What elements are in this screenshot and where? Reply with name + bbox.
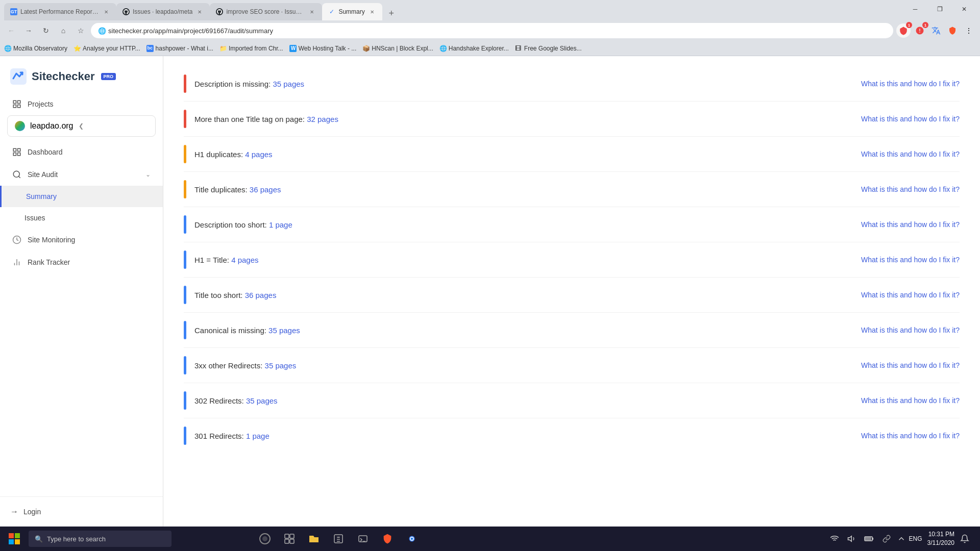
sidebar-item-site-monitoring[interactable]: Site Monitoring <box>0 229 163 251</box>
issue-count: 35 pages <box>265 361 297 370</box>
issue-fix-link[interactable]: What is this and how do I fix it? <box>861 220 960 229</box>
issue-count: 35 pages <box>246 396 278 405</box>
login-label: Login <box>23 508 41 516</box>
minimize-button[interactable]: ─ <box>903 2 927 17</box>
taskbar-clock: 10:31 PM 3/11/2020 <box>927 530 954 547</box>
clock-time: 10:31 PM <box>927 530 954 539</box>
svg-rect-4 <box>13 105 16 108</box>
taskbar-app-chrome[interactable] <box>402 529 422 549</box>
dashboard-label: Dashboard <box>28 148 151 156</box>
tab-favicon-4: ✓ <box>328 8 335 15</box>
issue-text: H1 duplicates: 4 pages <box>194 150 851 159</box>
sidebar-item-issues[interactable]: Issues <box>0 207 163 229</box>
brave-icon[interactable] <box>945 23 960 38</box>
site-monitoring-icon <box>12 235 21 244</box>
issue-text: 302 Redirects: 35 pages <box>194 396 851 405</box>
logo: Sitechecker PRO <box>0 56 163 93</box>
taskbar-app-files[interactable] <box>304 529 324 549</box>
project-selector[interactable]: leapdao.org ❮ <box>7 115 156 137</box>
svg-rect-16 <box>15 533 20 538</box>
issue-fix-link[interactable]: What is this and how do I fix it? <box>861 291 960 299</box>
bookmark-googleslides[interactable]: 🎞 Free Google Slides... <box>515 45 582 52</box>
browser-tab-1[interactable]: GT Latest Performance Report for: htt...… <box>4 3 116 20</box>
taskbar-app-terminal[interactable] <box>353 529 373 549</box>
taskbar-app-cortana[interactable] <box>255 529 275 549</box>
notification-icon[interactable]: 1 <box>913 23 927 38</box>
issue-severity-indicator <box>184 145 186 163</box>
taskbar-app-brave[interactable] <box>377 529 398 549</box>
browser-tab-2[interactable]: Issues · leapdao/meta ✕ <box>116 3 210 20</box>
forward-button[interactable]: → <box>21 23 36 38</box>
sidebar-item-summary[interactable]: Summary <box>0 186 163 207</box>
taskbar-search[interactable]: 🔍 Type here to search <box>29 531 172 547</box>
bookmark-mozilla[interactable]: 🌐 Mozilla Observatory <box>4 45 67 52</box>
issue-fix-link[interactable]: What is this and how do I fix it? <box>861 80 960 88</box>
tab-close-1[interactable]: ✕ <box>102 8 110 16</box>
issue-fix-link[interactable]: What is this and how do I fix it? <box>861 326 960 334</box>
issue-text: Description is missing: 35 pages <box>194 80 851 88</box>
tab-close-2[interactable]: ✕ <box>195 8 204 16</box>
issue-row: Title duplicates: 36 pagesWhat is this a… <box>184 172 960 207</box>
notification-center-icon[interactable] <box>958 532 972 546</box>
issue-count: 1 page <box>246 432 270 440</box>
battery-icon[interactable] <box>862 532 876 546</box>
close-window-button[interactable]: ✕ <box>952 2 976 17</box>
sidebar-item-dashboard[interactable]: Dashboard <box>0 141 163 163</box>
issue-fix-link[interactable]: What is this and how do I fix it? <box>861 150 960 158</box>
issue-fix-link[interactable]: What is this and how do I fix it? <box>861 361 960 369</box>
login-button[interactable]: → Login <box>10 507 153 516</box>
maximize-button[interactable]: ❐ <box>928 2 951 17</box>
bookmark-hnscan[interactable]: 📦 HNScan | Block Expl... <box>362 45 433 52</box>
menu-icon[interactable]: ⋮ <box>962 23 976 38</box>
tab-close-3[interactable]: ✕ <box>308 8 316 16</box>
tab-favicon-3 <box>216 8 223 15</box>
bookmarks-bar: 🌐 Mozilla Observatory ⭐ Analyse your HTT… <box>0 41 980 56</box>
issue-row: Description too short: 1 pageWhat is thi… <box>184 207 960 242</box>
issue-row: More than one Title tag on page: 32 page… <box>184 102 960 137</box>
project-name: leapdao.org <box>30 121 74 131</box>
home-button[interactable]: ⌂ <box>56 23 70 38</box>
issue-text: More than one Title tag on page: 32 page… <box>194 115 851 123</box>
svg-point-20 <box>262 536 267 541</box>
brave-shield-icon[interactable]: 1 <box>896 23 911 38</box>
back-button[interactable]: ← <box>4 23 18 38</box>
bookmark-handshake[interactable]: 🌐 Handshake Explorer... <box>439 45 509 52</box>
site-audit-chevron-icon: ⌄ <box>145 171 151 178</box>
taskbar-search-icon: 🔍 <box>35 535 43 543</box>
link-icon[interactable] <box>879 532 894 546</box>
taskbar-app-multiview[interactable] <box>279 529 300 549</box>
sidebar-item-rank-tracker[interactable]: Rank Tracker <box>0 251 163 273</box>
start-button[interactable] <box>4 529 24 549</box>
issue-severity-indicator <box>184 427 186 445</box>
address-bar[interactable]: 🌐 sitechecker.pro/app/main/project/69166… <box>91 23 893 38</box>
issue-fix-link[interactable]: What is this and how do I fix it? <box>861 432 960 440</box>
bookmark-analyse[interactable]: ⭐ Analyse your HTTP... <box>74 45 140 52</box>
issue-row: H1 = Title: 4 pagesWhat is this and how … <box>184 242 960 278</box>
issue-fix-link[interactable]: What is this and how do I fix it? <box>861 396 960 405</box>
bookmark-hashpower[interactable]: bc hashpower - What i... <box>146 45 213 52</box>
refresh-button[interactable]: ↻ <box>39 23 53 38</box>
projects-icon <box>12 99 21 109</box>
issue-fix-link[interactable]: What is this and how do I fix it? <box>861 115 960 123</box>
logo-text: Sitechecker <box>32 70 95 83</box>
browser-tab-4[interactable]: ✓ Summary ✕ <box>322 3 382 20</box>
issue-count: 35 pages <box>273 80 304 88</box>
taskbar-app-calculator[interactable] <box>328 529 349 549</box>
tab-close-4[interactable]: ✕ <box>368 8 376 16</box>
issue-fix-link[interactable]: What is this and how do I fix it? <box>861 185 960 193</box>
issue-fix-link[interactable]: What is this and how do I fix it? <box>861 256 960 264</box>
bookmark-button[interactable]: ☆ <box>74 23 88 38</box>
issue-text: Canonical is missing: 35 pages <box>194 326 851 335</box>
issue-severity-indicator <box>184 356 186 374</box>
issue-severity-indicator <box>184 251 186 269</box>
sidebar-item-site-audit[interactable]: Site Audit ⌄ <box>0 163 163 186</box>
new-tab-button[interactable]: + <box>384 6 399 20</box>
bookmark-webhosting[interactable]: W Web Hosting Talk - ... <box>289 45 357 52</box>
bookmark-imported[interactable]: 📁 Imported from Chr... <box>219 45 283 52</box>
browser-tab-3[interactable]: improve SEO score · Issue #142 · le... ✕ <box>210 3 322 20</box>
translate-icon[interactable] <box>929 23 943 38</box>
volume-icon[interactable] <box>845 532 859 546</box>
network-icon[interactable] <box>827 532 842 546</box>
svg-rect-7 <box>18 153 20 156</box>
tab-title-4: Summary <box>338 8 364 15</box>
